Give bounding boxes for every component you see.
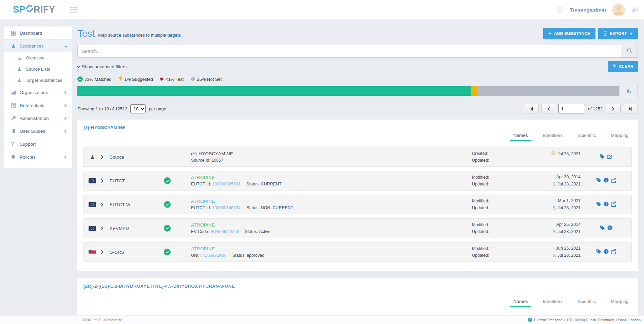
tab-mapping[interactable]: Mapping [611,299,628,307]
sidebar-item-dashboard[interactable]: Dashboard [4,26,72,39]
tab-identifiers[interactable]: Identifiers [543,299,563,307]
search-input[interactable] [77,45,621,58]
progress-matched-segment [77,86,471,96]
match-progress-bar [77,86,619,96]
sidebar-item-label: Administration [20,116,49,121]
source-name: EUTCT Vet [110,202,164,207]
sidebar-item-overview[interactable]: Overview [4,52,72,64]
sidebar-item-user-guides[interactable]: User Guides [4,125,72,138]
eutct-row[interactable]: EUTCT ATROPINE EUTCT Id: 100000085031 St… [83,171,632,191]
sidebar-item-label: User Guides [20,129,45,134]
expand-chevron-icon[interactable] [101,250,110,254]
eu-flag-icon [84,178,101,183]
show-advanced-filters-toggle[interactable]: Show advanced filters [77,64,127,69]
user-avatar-icon [551,150,556,157]
page-title: Test [77,28,95,39]
legend-not-set: 25% Not Set [190,76,222,82]
tag-icon[interactable] [596,177,602,184]
sidebar-item-label: Policies [20,155,36,160]
source-name: XEVMPD [110,226,164,231]
wrench-icon [11,115,20,121]
gsrs-row[interactable]: G-SRS ATROPINE UNII: 7C0697DR9I Status: … [83,242,632,262]
info-icon[interactable] [603,249,609,255]
plus-icon: + [548,31,552,37]
sidebar-item-organisations[interactable]: Organisations [4,86,72,99]
tab-scientific[interactable]: Scientific [577,133,596,141]
tag-icon[interactable] [596,249,602,255]
substance-name: ATROPINE [191,199,472,204]
status-text: Status: Active [245,229,271,234]
tag-icon[interactable] [596,201,602,208]
username[interactable]: Training\admin [570,7,606,13]
expand-chevron-icon[interactable] [101,202,110,207]
sidebar-item-policies[interactable]: Policies [4,150,72,163]
status-text: Status: NON_CURRENT [246,205,293,210]
id-link[interactable]: 7C0697DR9I [202,253,226,258]
expand-chevron-icon[interactable] [101,179,110,183]
expand-chevron-icon[interactable] [101,226,110,231]
app-logo[interactable]: SP RIFY [13,4,55,15]
tab-names[interactable]: Names [513,299,528,307]
hamburger-menu-icon[interactable] [70,7,78,13]
first-page-button[interactable] [524,104,539,113]
statistics-chart-button[interactable] [620,85,638,97]
external-link-icon[interactable] [611,201,617,208]
meta-label: Modified: [472,245,519,252]
shield-icon [11,154,20,160]
previous-page-button[interactable] [541,104,556,113]
info-icon[interactable] [603,177,609,184]
book-icon [11,128,20,134]
sidebar-item-substances[interactable]: Substances [4,39,72,52]
per-page-select[interactable]: 10 [130,104,146,113]
edit-icon[interactable] [607,154,613,161]
chat-icon[interactable] [631,5,639,14]
tag-icon[interactable] [599,154,605,160]
question-icon: ? [11,141,20,148]
page-number-input[interactable] [558,104,585,113]
search-button[interactable] [621,45,638,58]
id-link[interactable]: SUB00621MIG [210,229,239,234]
timezone-label: Current Timezone: (UTC+00:00) Dublin, Ed… [534,318,641,322]
sidebar-item-label: Substances [20,43,44,49]
expand-chevron-icon[interactable] [101,155,110,159]
substance-name: ATROPINE [191,222,472,228]
user-avatar[interactable] [612,3,625,16]
info-icon[interactable] [603,201,609,208]
tab-names[interactable]: Names [513,133,528,141]
meta-label: Updated: [472,252,519,259]
eutct-vet-row[interactable]: EUTCT Vet ATROPINE EUTCT Id: 10000014673… [83,195,632,214]
add-substance-button[interactable]: + ADD SUBSTANCE [543,28,595,39]
substance-title[interactable]: (2R)-2-[(1S)-1,2-DIHYDROXYETHYL]-4,5-DIH… [83,284,632,289]
source-id: Source Id: 10657 [191,158,223,163]
sidebar-item-source-lists[interactable]: Source Lists [4,64,72,75]
tag-icon[interactable] [600,225,605,232]
export-button[interactable]: EXPORT ▼ [598,28,638,39]
bell-icon[interactable] [556,5,564,14]
tab-identifiers[interactable]: Identifiers [543,133,563,141]
sidebar-item-referentials[interactable]: Referentials [4,99,72,112]
external-link-icon[interactable] [611,177,617,184]
external-link-icon[interactable] [611,249,617,255]
xevmpd-row[interactable]: XEVMPD ATROPINE EV Code: SUB00621MIG Sta… [83,218,632,238]
info-icon[interactable] [607,225,613,232]
logo-sync-icon [25,4,34,15]
substance-title[interactable]: (±)-HYOSCYAMINE [83,125,632,130]
sidebar-item-support[interactable]: ? Support [4,138,72,150]
tab-mapping[interactable]: Mapping [611,133,628,141]
source-row[interactable]: Source (±)-HYOSCYAMINE Source Id: 10657 … [83,147,632,167]
date-value: Jul 28, 2021 [557,181,581,187]
id-link[interactable]: 100000085031 [212,182,240,186]
next-page-button[interactable] [606,104,621,113]
us-flag-icon [84,250,101,255]
sidebar-item-label: Organisations [20,90,48,95]
tab-scientific[interactable]: Scientific [577,299,596,307]
info-icon: i [528,318,532,322]
caret-down-icon: ▼ [629,32,633,36]
chevron-down-icon [77,65,80,68]
meta-label: Modified: [472,221,519,228]
id-link[interactable]: 100000146734 [212,205,240,210]
clear-filters-button[interactable]: CLEAR [608,61,638,72]
last-page-button[interactable] [623,104,638,113]
sidebar-item-target-substances[interactable]: Target Substances [4,75,72,86]
sidebar-item-administration[interactable]: Administration [4,112,72,125]
